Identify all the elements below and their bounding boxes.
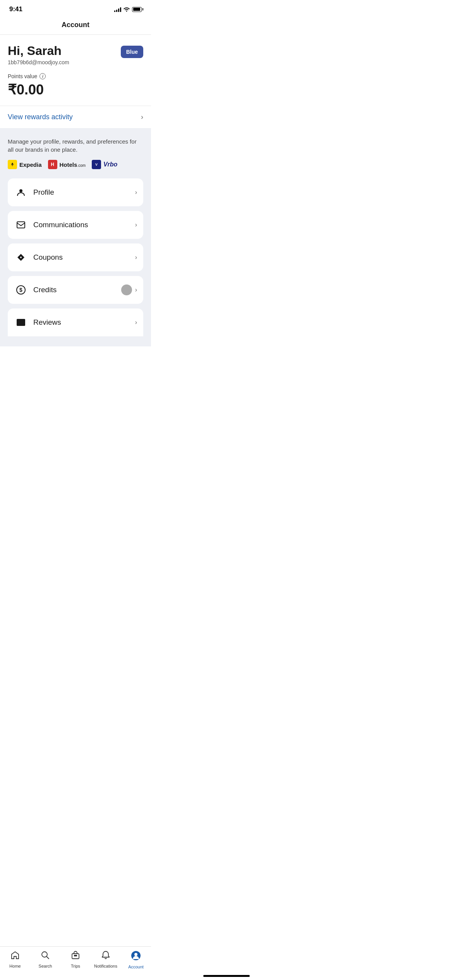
signal-icon (114, 7, 121, 12)
communications-label: Communications (33, 221, 135, 229)
credits-badge (121, 284, 132, 295)
menu-item-coupons[interactable]: Coupons › (8, 243, 143, 271)
status-bar: 9:41 (0, 0, 151, 16)
manage-description: Manage your profile, rewards, and prefer… (8, 137, 143, 154)
chevron-right-icon: › (141, 113, 143, 121)
reviews-label: Reviews (33, 318, 135, 327)
coupons-icon (14, 250, 28, 264)
profile-icon (14, 185, 28, 199)
coupons-label: Coupons (33, 253, 135, 262)
menu-item-profile[interactable]: Profile › (8, 178, 143, 206)
user-email: 1bb79b6d@moodjoy.com (8, 59, 69, 65)
tier-badge[interactable]: Blue (121, 46, 143, 58)
svg-point-2 (20, 257, 22, 258)
page-header: Account (0, 16, 151, 35)
wifi-icon (124, 7, 130, 12)
brand-vrbo: V Vrbo (92, 160, 117, 169)
user-greeting: Hi, Sarah (8, 44, 69, 58)
svg-point-0 (19, 189, 22, 192)
profile-label: Profile (33, 188, 135, 197)
reviews-chevron-icon: › (135, 319, 137, 326)
status-time: 9:41 (9, 5, 22, 13)
menu-list: Profile › Communications › (8, 178, 143, 343)
expedia-logo-icon (8, 160, 17, 169)
hotels-logo-icon: H (48, 160, 57, 169)
manage-section: Manage your profile, rewards, and prefer… (0, 128, 151, 346)
points-info-icon[interactable]: i (39, 73, 46, 79)
menu-item-reviews[interactable]: Reviews › (8, 308, 143, 336)
expedia-label: Expedia (19, 161, 42, 168)
hotels-label: Hotels.com (60, 161, 86, 168)
vrbo-logo-icon: V (92, 160, 101, 169)
communications-chevron-icon: › (135, 221, 137, 228)
credits-label: Credits (33, 286, 121, 294)
svg-rect-5 (17, 319, 25, 326)
page-title: Account (62, 21, 89, 29)
user-top-row: Hi, Sarah 1bb79b6d@moodjoy.com Blue (8, 44, 143, 65)
battery-icon (132, 7, 142, 12)
status-icons (114, 7, 142, 12)
coupons-chevron-icon: › (135, 254, 137, 261)
reviews-icon (14, 315, 28, 329)
svg-text:$: $ (19, 287, 22, 293)
svg-rect-1 (17, 222, 25, 228)
vrbo-label: Vrbo (103, 161, 117, 168)
menu-item-communications[interactable]: Communications › (8, 211, 143, 239)
user-section: Hi, Sarah 1bb79b6d@moodjoy.com Blue Poin… (0, 35, 151, 106)
brand-hotels: H Hotels.com (48, 160, 86, 169)
rewards-link-text: View rewards activity (8, 113, 73, 121)
credits-chevron-icon: › (135, 286, 137, 293)
communications-icon (14, 218, 28, 232)
brand-expedia: Expedia (8, 160, 42, 169)
profile-chevron-icon: › (135, 189, 137, 196)
brands-row: Expedia H Hotels.com V Vrbo (8, 160, 143, 169)
credits-icon: $ (14, 283, 28, 297)
rewards-activity-link[interactable]: View rewards activity › (0, 106, 151, 128)
points-value: ₹0.00 (8, 82, 143, 98)
points-label: Points value i (8, 73, 143, 79)
menu-item-credits[interactable]: $ Credits › (8, 276, 143, 304)
user-info: Hi, Sarah 1bb79b6d@moodjoy.com (8, 44, 69, 65)
